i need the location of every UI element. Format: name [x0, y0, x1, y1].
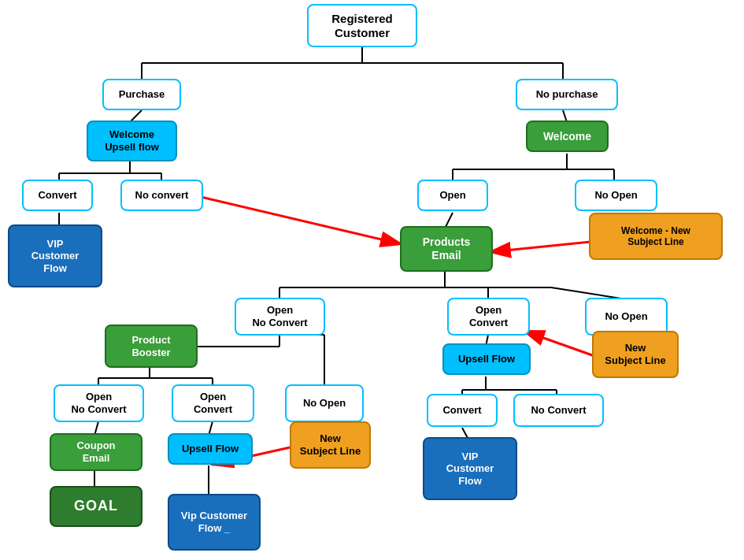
- upsell1-node: Upsell Flow: [442, 343, 531, 375]
- no-open3-node: No Open: [285, 384, 364, 422]
- goal-node: GOAL: [50, 486, 143, 527]
- open-no-convert2-node: OpenNo Convert: [54, 384, 144, 422]
- welcome-node: Welcome: [526, 121, 609, 152]
- registered-customer-node: RegisteredCustomer: [307, 4, 417, 47]
- vip1-node: VIPCustomerFlow: [8, 224, 102, 287]
- flow-diagram: RegisteredCustomer Purchase No purchase …: [0, 0, 744, 560]
- open-convert1-node: OpenConvert: [447, 298, 530, 336]
- svg-line-42: [490, 242, 590, 252]
- upsell2-node: Upsell Flow: [168, 433, 253, 465]
- no-open1-node: No Open: [575, 180, 657, 211]
- products-email-node: ProductsEmail: [400, 226, 493, 272]
- product-booster-node: ProductBooster: [105, 325, 198, 368]
- no-convert2-node: No Convert: [513, 394, 604, 427]
- no-convert-node: No convert: [120, 180, 203, 211]
- convert-node: Convert: [22, 180, 93, 211]
- open-no-convert1-node: OpenNo Convert: [235, 298, 325, 336]
- new-subject1-node: NewSubject Line: [592, 331, 679, 378]
- welcome-new-subject-node: Welcome - NewSubject Line: [589, 213, 723, 260]
- vip2-node: VIPCustomerFlow: [423, 437, 517, 500]
- svg-line-43: [524, 331, 594, 356]
- convert2-node: Convert: [427, 394, 498, 427]
- no-purchase-node: No purchase: [516, 79, 618, 110]
- open1-node: Open: [417, 180, 488, 211]
- purchase-node: Purchase: [102, 79, 181, 110]
- new-subject2-node: NewSubject Line: [290, 421, 371, 469]
- welcome-upsell-node: WelcomeUpsell flow: [87, 121, 177, 161]
- svg-line-41: [201, 197, 402, 244]
- vip3-node: Vip CustomerFlow _: [168, 494, 261, 551]
- coupon-email-node: CouponEmail: [50, 433, 143, 471]
- open-convert2-node: OpenConvert: [172, 384, 254, 422]
- no-open2-node: No Open: [585, 298, 668, 336]
